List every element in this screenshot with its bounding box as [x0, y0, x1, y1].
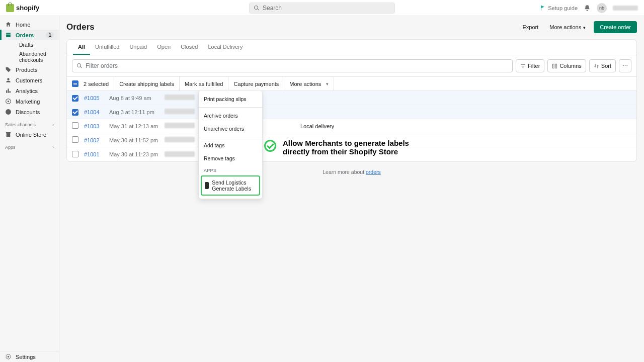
home-icon	[5, 21, 12, 28]
row-checkbox[interactable]	[72, 95, 78, 102]
nav-analytics[interactable]: Analytics	[0, 85, 59, 96]
order-id[interactable]: #1001	[84, 151, 109, 157]
page-more-actions-button[interactable]: More actions	[546, 22, 589, 32]
menu-print-packing-slips[interactable]: Print packing slips	[199, 93, 262, 106]
bulk-capture-payments[interactable]: Capture payments	[228, 77, 284, 90]
bell-icon[interactable]	[584, 5, 591, 12]
svg-point-3	[6, 109, 11, 115]
table-row[interactable]: #1003 May 31 at 12:13 am $0.00 em Local …	[67, 119, 636, 133]
main-content: Orders Export More actions Create order …	[59, 16, 644, 362]
gear-icon	[5, 353, 12, 360]
store-icon	[5, 131, 12, 138]
menu-add-tags[interactable]: Add tags	[199, 139, 262, 152]
search-input[interactable]: Search	[249, 3, 395, 14]
tag-icon	[5, 66, 12, 73]
learn-more-link[interactable]: orders	[366, 169, 381, 175]
topbar-right: Setup guide nb	[540, 3, 638, 13]
page-title: Orders	[66, 22, 95, 32]
order-date: Aug 3 at 12:11 pm	[109, 109, 165, 115]
svg-point-4	[8, 356, 9, 357]
nav-marketing[interactable]: Marketing	[0, 96, 59, 107]
customer-name	[165, 151, 195, 157]
nav-products[interactable]: Products	[0, 64, 59, 75]
target-icon	[5, 98, 12, 105]
select-all-checkbox[interactable]	[72, 80, 78, 87]
nav-abandoned[interactable]: Abandoned checkouts	[15, 49, 59, 64]
tabs: All Unfulfilled Unpaid Open Closed Local…	[67, 40, 636, 55]
create-order-button[interactable]: Create order	[594, 21, 637, 33]
filter-icon	[520, 63, 526, 69]
order-date: May 31 at 12:13 am	[109, 123, 165, 129]
setup-guide-link[interactable]: Setup guide	[540, 5, 578, 11]
nav-drafts[interactable]: Drafts	[15, 40, 59, 49]
chart-icon	[5, 87, 12, 94]
nav-customers[interactable]: Customers	[0, 75, 59, 85]
chevron-right-icon[interactable]: ›	[52, 145, 54, 150]
svg-point-2	[8, 101, 9, 102]
tab-unfulfilled[interactable]: Unfulfilled	[90, 40, 124, 55]
nav-discounts[interactable]: Discounts	[0, 107, 59, 117]
section-apps: Apps ›	[0, 140, 59, 152]
row-checkbox[interactable]	[72, 109, 78, 116]
filter-button[interactable]: Filter	[516, 59, 544, 72]
bulk-action-bar: 2 selected Create shipping labels Mark a…	[67, 76, 636, 91]
filter-placeholder: Filter orders	[86, 62, 118, 69]
row-checkbox[interactable]	[72, 122, 78, 129]
tab-all[interactable]: All	[73, 40, 90, 55]
order-id[interactable]: #1002	[84, 137, 109, 143]
annotation-text: Allow Merchants to generate labels direc…	[283, 139, 409, 156]
customer-name	[165, 95, 195, 100]
menu-archive-orders[interactable]: Archive orders	[199, 109, 262, 122]
bulk-selected-cell[interactable]: 2 selected	[67, 77, 114, 90]
tab-closed[interactable]: Closed	[176, 40, 203, 55]
menu-remove-tags[interactable]: Remove tags	[199, 152, 262, 165]
svg-point-0	[7, 78, 9, 80]
customer-name	[165, 137, 195, 142]
tab-local-delivery[interactable]: Local Delivery	[203, 40, 248, 55]
learn-more: Learn more about orders	[66, 169, 637, 175]
table-row[interactable]: #1005 Aug 8 at 9:49 am $1.00 em	[67, 91, 636, 105]
order-date: Aug 8 at 9:49 am	[109, 95, 165, 101]
tab-unpaid[interactable]: Unpaid	[124, 40, 152, 55]
nav-settings[interactable]: Settings	[0, 351, 59, 362]
dots-icon: ⋯	[622, 63, 628, 69]
svg-rect-5	[553, 64, 554, 68]
user-icon	[5, 77, 12, 83]
logo[interactable]: shopify	[6, 4, 39, 12]
annotation-check-icon	[264, 140, 276, 152]
order-id[interactable]: #1005	[84, 95, 109, 101]
filter-input[interactable]: Filter orders	[72, 59, 513, 72]
nav-home[interactable]: Home	[0, 19, 59, 30]
overflow-button[interactable]: ⋯	[619, 59, 631, 72]
row-checkbox[interactable]	[72, 151, 78, 157]
setup-guide-label: Setup guide	[548, 5, 578, 11]
search-icon	[254, 5, 260, 11]
selected-count: 2 selected	[84, 81, 109, 87]
columns-button[interactable]: Columns	[547, 59, 586, 72]
row-checkbox[interactable]	[72, 136, 78, 143]
order-id[interactable]: #1003	[84, 123, 109, 129]
menu-app-send-logistics[interactable]: Send Logistics Generate Labels	[201, 175, 260, 196]
bulk-shipping-labels[interactable]: Create shipping labels	[114, 77, 180, 90]
bulk-mark-fulfilled[interactable]: Mark as fulfilled	[180, 77, 228, 90]
menu-unarchive-orders[interactable]: Unarchive orders	[199, 122, 262, 135]
toolbar: Filter orders Filter Columns Sort ⋯	[67, 55, 636, 76]
avatar[interactable]: nb	[597, 3, 607, 13]
more-actions-menu: Print packing slips Archive orders Unarc…	[198, 90, 263, 199]
sort-button[interactable]: Sort	[589, 59, 616, 72]
store-name	[613, 6, 638, 11]
logo-text: shopify	[16, 4, 39, 12]
section-sales-channels: Sales channels ›	[0, 117, 59, 129]
export-button[interactable]: Export	[519, 22, 541, 32]
customer-name	[165, 109, 195, 114]
delivery-method: Local delivery	[295, 123, 631, 129]
nav-online-store[interactable]: Online Store	[0, 129, 59, 140]
order-date: May 30 at 11:23 pm	[109, 151, 165, 157]
tab-open[interactable]: Open	[152, 40, 176, 55]
columns-icon	[552, 63, 557, 69]
order-id[interactable]: #1004	[84, 109, 109, 115]
chevron-right-icon[interactable]: ›	[52, 122, 54, 127]
nav-orders[interactable]: Orders 1	[0, 30, 59, 40]
bulk-more-actions[interactable]: More actions	[284, 77, 334, 90]
table-row[interactable]: #1004 Aug 3 at 12:11 pm $1.00 em	[67, 105, 636, 119]
